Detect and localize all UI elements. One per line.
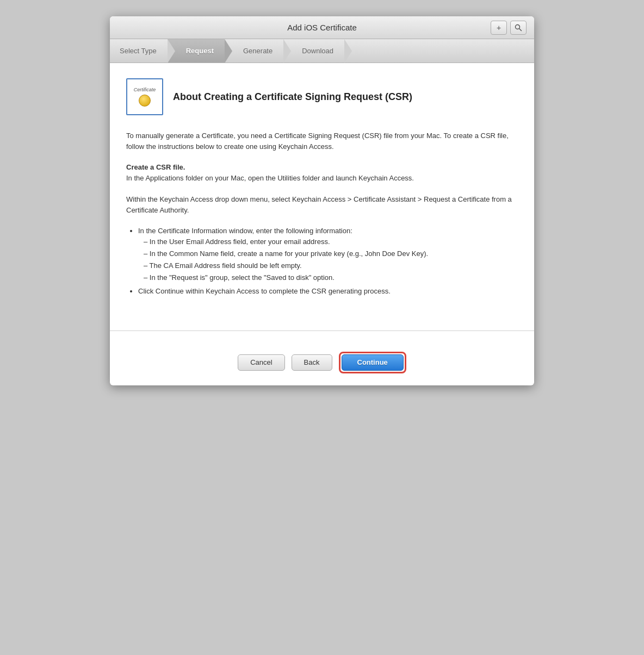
title-bar: Add iOS Certificate + — [110, 16, 534, 39]
step-bar: Select Type Request Generate Download — [110, 39, 534, 63]
create-csr-body: In the Applications folder on your Mac, … — [126, 174, 414, 182]
section-title: About Creating a Certificate Signing Req… — [173, 91, 412, 103]
step-generate[interactable]: Generate — [225, 39, 283, 63]
title-bar-actions: + — [491, 21, 527, 35]
continue-button-wrapper: Continue — [339, 352, 406, 373]
search-button[interactable] — [510, 21, 527, 35]
sub-item-3: The CA Email Address field should be lef… — [144, 260, 518, 271]
step-request[interactable]: Request — [168, 39, 225, 63]
keychain-text: Within the Keychain Access drop down men… — [126, 194, 518, 216]
svg-line-1 — [519, 28, 522, 30]
create-csr-heading: Create a CSR file. — [126, 163, 185, 171]
bullet-item-2: Click Continue within Keychain Access to… — [138, 286, 518, 297]
certificate-icon: Certificate — [126, 78, 163, 115]
back-button[interactable]: Back — [292, 354, 332, 371]
step-download[interactable]: Download — [283, 39, 344, 63]
window-title: Add iOS Certificate — [287, 23, 357, 32]
bullet-item-1: In the Certificate Information window, e… — [138, 226, 518, 284]
footer: Cancel Back Continue — [110, 342, 534, 385]
content-area: Certificate About Creating a Certificate… — [110, 63, 534, 320]
main-window: Add iOS Certificate + Select Type Reques… — [110, 16, 534, 385]
section-header: Certificate About Creating a Certificate… — [126, 78, 518, 115]
intro-text: To manually generate a Certificate, you … — [126, 130, 518, 152]
cancel-button[interactable]: Cancel — [238, 354, 284, 371]
search-icon — [515, 24, 522, 32]
continue-button[interactable]: Continue — [342, 354, 404, 371]
sub-item-2: In the Common Name field, create a name … — [144, 248, 518, 259]
cert-icon-text: Certificate — [134, 87, 156, 92]
sub-item-1: In the User Email Address field, enter y… — [144, 236, 518, 247]
step-select-type[interactable]: Select Type — [110, 39, 168, 63]
instructions-list: In the Certificate Information window, e… — [126, 226, 518, 297]
create-csr-section: Create a CSR file. In the Applications f… — [126, 162, 518, 184]
footer-divider — [110, 330, 534, 331]
cert-icon-badge — [139, 95, 151, 107]
sub-item-4: In the "Request is" group, select the "S… — [144, 272, 518, 283]
add-button[interactable]: + — [491, 21, 507, 35]
